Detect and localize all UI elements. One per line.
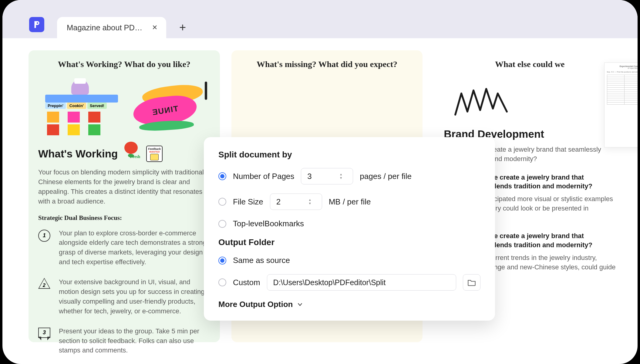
badge-2-icon: 2 <box>38 278 50 289</box>
browse-button[interactable] <box>463 274 480 291</box>
numbered-list: 1 Your plan to explore cross-border e-co… <box>38 228 210 356</box>
section-title: What's Working Fresh Feedback WANTED <box>38 146 210 162</box>
card-header: What's Working? What do you like? <box>38 59 210 69</box>
list-item: 2 Your extensive background in UI, visua… <box>38 277 210 316</box>
app-logo <box>29 17 44 32</box>
chevron-down-icon <box>297 302 303 307</box>
list-item: 1 Your plan to explore cross-border e-co… <box>38 228 210 267</box>
tab-active[interactable]: Magazine about PDF ed… <box>57 17 166 38</box>
continue-sticker: TINUE <box>133 86 203 128</box>
custom-path-input[interactable] <box>267 274 456 291</box>
stepper-up-icon[interactable]: ▲ <box>339 173 342 176</box>
option-pages: Number of Pages ▲▼ pages / per file <box>218 168 480 184</box>
card-header: What else could we <box>444 59 616 69</box>
scribble-icon <box>452 78 519 121</box>
radio-bookmarks[interactable] <box>218 220 226 228</box>
shop-illustration: Preppin' Cookin' Served! <box>45 78 118 136</box>
dialog-heading: Split document by <box>218 150 480 160</box>
badge-1-icon: 1 <box>38 230 50 242</box>
radio-filesize[interactable] <box>218 198 226 206</box>
option-custom: Custom <box>218 274 480 291</box>
output-heading: Output Folder <box>218 238 480 247</box>
tab-title: Magazine about PDF ed… <box>67 23 146 32</box>
svg-point-0 <box>37 22 38 24</box>
radio-same-source[interactable] <box>218 257 226 265</box>
stepper-down-icon[interactable]: ▼ <box>339 177 342 180</box>
folder-icon <box>467 279 476 286</box>
sub-heading: Strategic Dual Business Focus: <box>38 214 210 222</box>
card-whats-working: What's Working? What do you like? Preppi… <box>29 50 220 342</box>
size-stepper[interactable]: ▲▼ <box>270 194 322 210</box>
size-input[interactable] <box>276 197 307 207</box>
option-bookmarks: Top-levelBookmarks <box>218 219 480 228</box>
illustration-row: Preppin' Cookin' Served! TINUE <box>38 78 210 136</box>
tab-bar: Magazine about PDF ed… <box>2 0 638 38</box>
split-dialog: Split document by Number of Pages ▲▼ pag… <box>204 137 495 321</box>
option-same-source: Same as source <box>218 256 480 265</box>
document-thumbnail: Experimental Composition 27 April 2018 E… <box>604 62 638 147</box>
pages-input[interactable] <box>307 172 338 181</box>
intro-text: Your focus on blending modern simplicity… <box>38 167 210 206</box>
radio-pages[interactable] <box>218 172 226 180</box>
card-header: What's missing? What did you expect? <box>241 59 413 69</box>
feedback-wanted-icon: Feedback WANTED <box>146 146 163 162</box>
new-tab-button[interactable] <box>175 20 190 35</box>
more-options-toggle[interactable]: More Output Option <box>218 300 480 309</box>
badge-3-icon: 3 <box>38 328 50 338</box>
list-item: 3 Present your ideas to the group. Take … <box>38 326 210 356</box>
option-filesize: File Size ▲▼ MB / per file <box>218 194 480 210</box>
radio-custom[interactable] <box>218 278 226 286</box>
close-icon[interactable] <box>150 23 159 32</box>
stepper-down-icon[interactable]: ▼ <box>308 202 312 205</box>
stepper-up-icon[interactable]: ▲ <box>308 198 312 201</box>
pages-stepper[interactable]: ▲▼ <box>301 168 353 184</box>
document-canvas: What's Working? What do you like? Preppi… <box>2 38 638 342</box>
